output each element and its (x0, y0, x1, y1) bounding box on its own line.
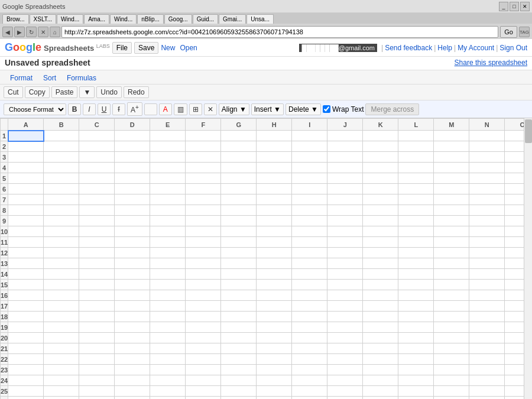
tab-sort[interactable]: Sort (38, 72, 61, 84)
cell-D14[interactable] (115, 269, 150, 280)
cell-D1[interactable] (115, 131, 150, 141)
cell-M6[interactable] (434, 184, 469, 194)
cell-K15[interactable] (363, 280, 398, 290)
row-header-12[interactable]: 12 (1, 248, 8, 258)
cell-O3[interactable] (505, 152, 524, 163)
cell-E8[interactable] (150, 205, 186, 216)
cell-F24[interactable] (186, 375, 221, 386)
cell-M25[interactable] (434, 386, 469, 397)
cell-H1[interactable] (257, 131, 292, 141)
cell-O6[interactable] (505, 184, 524, 194)
cell-H12[interactable] (257, 248, 292, 258)
cell-L22[interactable] (398, 354, 434, 365)
cut-button[interactable]: Cut (4, 86, 23, 98)
cell-E11[interactable] (150, 237, 186, 248)
cell-G1[interactable] (221, 131, 257, 141)
cell-N16[interactable] (469, 290, 505, 301)
cell-K19[interactable] (363, 322, 398, 333)
cell-G19[interactable] (221, 322, 257, 333)
cell-O8[interactable] (505, 205, 524, 216)
cell-L4[interactable] (398, 163, 434, 173)
cell-B13[interactable] (44, 258, 79, 269)
cell-E6[interactable] (150, 184, 186, 194)
cell-K20[interactable] (363, 333, 398, 343)
minimize-button[interactable]: _ (499, 2, 508, 11)
cell-I15[interactable] (292, 280, 327, 290)
cell-I3[interactable] (292, 152, 327, 163)
send-feedback-link[interactable]: Send feedback (385, 44, 432, 52)
cell-C14[interactable] (79, 269, 115, 280)
row-header-7[interactable]: 7 (1, 194, 8, 205)
cell-M24[interactable] (434, 375, 469, 386)
cell-K12[interactable] (363, 248, 398, 258)
cell-L8[interactable] (398, 205, 434, 216)
browser-tab-0[interactable]: Brow... (2, 14, 29, 24)
cell-G9[interactable] (221, 216, 257, 226)
cell-I4[interactable] (292, 163, 327, 173)
cell-B11[interactable] (44, 237, 79, 248)
cell-O14[interactable] (505, 269, 524, 280)
cell-G6[interactable] (221, 184, 257, 194)
cell-M17[interactable] (434, 301, 469, 312)
cell-K13[interactable] (363, 258, 398, 269)
cell-O21[interactable] (505, 343, 524, 354)
cell-L17[interactable] (398, 301, 434, 312)
cell-N20[interactable] (469, 333, 505, 343)
cell-G26[interactable] (221, 397, 257, 400)
cell-A3[interactable] (8, 152, 44, 163)
cell-D19[interactable] (115, 322, 150, 333)
cell-A19[interactable] (8, 322, 44, 333)
cell-N24[interactable] (469, 375, 505, 386)
cell-E24[interactable] (150, 375, 186, 386)
cell-G20[interactable] (221, 333, 257, 343)
cell-F2[interactable] (186, 141, 221, 152)
cell-G5[interactable] (221, 173, 257, 184)
cell-L9[interactable] (398, 216, 434, 226)
cell-E21[interactable] (150, 343, 186, 354)
cell-L14[interactable] (398, 269, 434, 280)
cell-L6[interactable] (398, 184, 434, 194)
cell-C1[interactable] (79, 131, 115, 141)
row-header-4[interactable]: 4 (1, 163, 8, 173)
cell-K16[interactable] (363, 290, 398, 301)
cell-J21[interactable] (327, 343, 363, 354)
cell-I25[interactable] (292, 386, 327, 397)
cell-C21[interactable] (79, 343, 115, 354)
cell-D18[interactable] (115, 312, 150, 322)
cell-A12[interactable] (8, 248, 44, 258)
cell-J11[interactable] (327, 237, 363, 248)
tab-format[interactable]: Format (5, 72, 38, 84)
cell-G16[interactable] (221, 290, 257, 301)
cell-B4[interactable] (44, 163, 79, 173)
cell-I23[interactable] (292, 365, 327, 375)
cell-K24[interactable] (363, 375, 398, 386)
cell-E20[interactable] (150, 333, 186, 343)
cell-B5[interactable] (44, 173, 79, 184)
cell-J6[interactable] (327, 184, 363, 194)
cell-B2[interactable] (44, 141, 79, 152)
cell-H23[interactable] (257, 365, 292, 375)
cell-M1[interactable] (434, 131, 469, 141)
cell-B10[interactable] (44, 226, 79, 237)
cell-N19[interactable] (469, 322, 505, 333)
cell-F3[interactable] (186, 152, 221, 163)
cell-M12[interactable] (434, 248, 469, 258)
col-header-N[interactable]: N (469, 119, 505, 131)
cell-H22[interactable] (257, 354, 292, 365)
close-button[interactable]: ✕ (520, 2, 530, 11)
cell-C8[interactable] (79, 205, 115, 216)
align-dropdown[interactable]: Align ▼ (219, 103, 249, 115)
cell-F21[interactable] (186, 343, 221, 354)
cell-A8[interactable] (8, 205, 44, 216)
cell-A1[interactable] (8, 131, 44, 141)
cell-H25[interactable] (257, 386, 292, 397)
cell-N25[interactable] (469, 386, 505, 397)
col-header-I[interactable]: I (292, 119, 327, 131)
cell-B14[interactable] (44, 269, 79, 280)
cell-D23[interactable] (115, 365, 150, 375)
row-header-14[interactable]: 14 (1, 269, 8, 280)
cell-N17[interactable] (469, 301, 505, 312)
cell-D25[interactable] (115, 386, 150, 397)
cell-I12[interactable] (292, 248, 327, 258)
cell-C5[interactable] (79, 173, 115, 184)
